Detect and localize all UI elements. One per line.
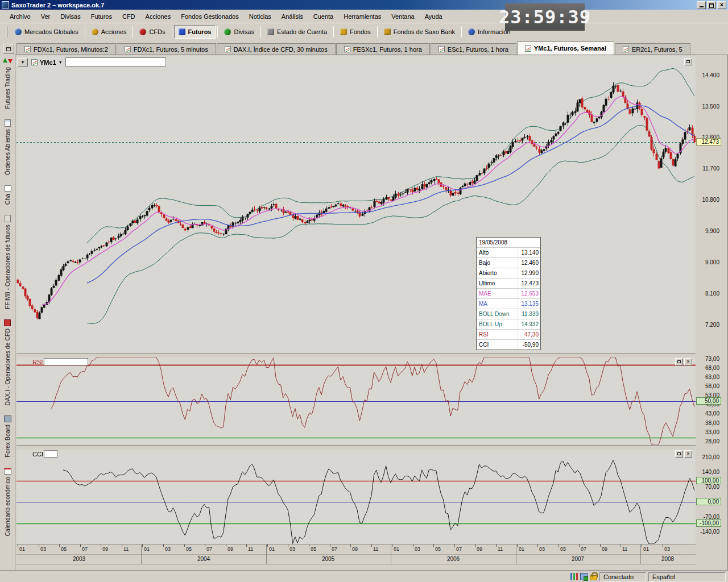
toolbar-button-divisas[interactable]: Divisas — [220, 25, 258, 39]
tooltip-row: Abierto12.990 — [477, 268, 540, 278]
month-tick — [80, 544, 81, 547]
toolbar-separator — [260, 26, 261, 38]
price-chart-canvas[interactable] — [16, 56, 696, 353]
month-label: 05 — [435, 546, 441, 552]
chart-icon — [31, 59, 38, 65]
rsi-input[interactable] — [44, 358, 88, 365]
toolbar-button-label: Fondos de Saxo Bank — [394, 28, 455, 35]
month-tick — [142, 544, 143, 547]
minimize-button[interactable] — [697, 1, 706, 9]
tab-esc1-futuros-1-hora[interactable]: ESc1, Futuros, 1 hora — [431, 43, 516, 55]
rail-item-futures-trading[interactable]: Futures Trading — [0, 57, 15, 109]
rail-item-cha[interactable]: Cha — [0, 185, 15, 205]
tab-label: FDXc1, Futuros, 5 minutos — [134, 46, 208, 53]
tooltip-date: 19/05/2008 — [477, 238, 540, 247]
year-label: 2003 — [62, 556, 96, 562]
rail-item-calendario-económico[interactable]: Calendario económico — [0, 468, 15, 536]
rsi-panel-splitter[interactable] — [16, 353, 696, 357]
menu-item-noticias[interactable]: Noticias — [244, 11, 276, 22]
menu-item-herramientas[interactable]: Herramientas — [338, 11, 386, 22]
cci-input[interactable] — [44, 450, 57, 458]
tab-label: ESc1, Futuros, 1 hora — [448, 46, 508, 53]
month-label: 01 — [643, 546, 649, 552]
toolbar-button-futuros[interactable]: Futuros — [174, 25, 216, 39]
month-tick — [205, 544, 205, 547]
month-label: 09 — [102, 546, 108, 552]
month-label: 07 — [332, 546, 337, 552]
month-label: 09 — [602, 546, 607, 552]
menu-item-acciones[interactable]: Acciones — [140, 11, 176, 22]
tab-er2c1-futuros-5[interactable]: ER2c1, Futuros, 5 — [615, 43, 690, 55]
rail-item-ffim8-operaciones-de-futuros[interactable]: FFIM8 - Operaciones de futuros — [0, 215, 15, 309]
month-label: 07 — [581, 546, 586, 552]
menu-item-ver[interactable]: Ver — [36, 11, 56, 22]
chart-dropdown-button[interactable]: ▼ — [18, 58, 28, 66]
tab-ymc1-futuros-semanal[interactable]: YMc1, Futuros, Semanal — [517, 41, 614, 55]
rail-item-label: Forex Board — [4, 425, 11, 458]
rail-item-label: Futures Trading — [4, 67, 11, 109]
tab-fdxc1-futuros-5-minutos[interactable]: FDXc1, Futuros, 5 minutos — [117, 43, 216, 55]
cci-level-box: 0,00 — [696, 498, 721, 505]
toolbar-button-cfds[interactable]: CFDs — [135, 25, 169, 39]
toolbar-button-mercados-globales[interactable]: Mercados Globales — [10, 25, 83, 39]
info-icon — [468, 28, 475, 35]
lock-icon[interactable] — [590, 575, 597, 580]
month-tick — [600, 544, 601, 547]
menu-item-ventana[interactable]: Ventana — [386, 11, 419, 22]
tab-label: YMc1, Futuros, Semanal — [534, 45, 606, 52]
funds-icon — [340, 28, 347, 35]
month-label: 09 — [477, 546, 482, 552]
network-status-icon[interactable] — [580, 573, 588, 580]
tab-dax-i-índice-de-cfd-30-minutos[interactable]: DAX.I, Índice de CFD, 30 minutos — [217, 43, 336, 55]
rsi-axis-label: 38,00 — [697, 420, 719, 426]
toolbar-button-label: CFDs — [149, 28, 165, 35]
tooltip-label: MAE — [477, 289, 518, 298]
cci-close-button[interactable]: × — [684, 450, 692, 458]
toolbar-button-fondos[interactable]: Fondos — [336, 25, 375, 39]
rsi-chart-canvas[interactable] — [16, 357, 696, 445]
month-label: 03 — [40, 546, 46, 552]
menu-item-archivo[interactable]: Archivo — [5, 11, 36, 22]
cci-chart-canvas[interactable] — [16, 450, 696, 544]
menu-item-ayuda[interactable]: Ayuda — [420, 11, 448, 22]
chart-icon — [344, 46, 350, 52]
menu-item-divisas[interactable]: Divisas — [55, 11, 85, 22]
toolbar-button-acciones[interactable]: Acciones — [87, 25, 131, 39]
chart-rest​ore-button[interactable] — [684, 58, 692, 65]
rail-item-forex-board[interactable]: Forex Board — [0, 415, 15, 458]
tooltip-row: Alto13.140 — [477, 247, 540, 257]
rsi-axis-label: 68,00 — [697, 365, 719, 371]
toolbar-button-label: Futuros — [188, 28, 212, 35]
rail-item-dax-i-operaciones-de-cfd[interactable]: DAX.I - Operaciones de CFD — [0, 319, 15, 405]
price-axis-label: 13.500 — [697, 103, 719, 110]
rail-item-órdenes-abiertas[interactable]: Órdenes Abiertas — [0, 119, 15, 175]
menu-item-fondos-gestionados[interactable]: Fondos Gestionados — [176, 11, 244, 22]
window-list-button[interactable] — [3, 44, 14, 54]
menu-item-cuenta[interactable]: Cuenta — [308, 11, 338, 22]
rail-item-label: Calendario económico — [4, 477, 11, 536]
month-tick — [413, 544, 413, 547]
menu-item-futuros[interactable]: Futuros — [86, 11, 117, 22]
menu-item-análisis[interactable]: Análisis — [276, 11, 308, 22]
symbol-selector[interactable]: YMc1 ▼ — [31, 58, 63, 66]
titlebar[interactable]: SaxoTrader 2 – workspace.ok.7 × — [0, 0, 728, 10]
chart-status-icon[interactable] — [570, 573, 578, 580]
toolbar: Mercados GlobalesAccionesCFDsFuturosDivi… — [0, 23, 728, 40]
cci-restore-button[interactable] — [675, 450, 683, 458]
month-label: 03 — [415, 546, 420, 552]
month-label: 01 — [19, 546, 25, 552]
tab-fdxc1-futuros-minutos-2[interactable]: FDXc1, Futuros, Minutos:2 — [16, 43, 116, 55]
rsi-restore-button[interactable] — [675, 358, 683, 365]
cci-axis-label: 70,00 — [697, 484, 719, 490]
maximize-button[interactable] — [707, 1, 716, 9]
menu-item-cfd[interactable]: CFD — [117, 11, 140, 22]
symbol-search-input[interactable] — [65, 57, 166, 66]
rsi-close-button[interactable]: × — [684, 358, 692, 365]
cci-panel-splitter[interactable] — [16, 445, 696, 450]
close-button[interactable]: × — [717, 1, 726, 9]
window-icon — [6, 47, 11, 51]
toolbar-button-estado-de-cuenta[interactable]: Estado de Cuenta — [263, 25, 332, 39]
toolbar-button-fondos-de-saxo-bank[interactable]: Fondos de Saxo Bank — [379, 25, 460, 39]
tooltip-value: 47,30 — [518, 330, 540, 339]
tab-fesxc1-futuros-1-hora[interactable]: FESXc1, Futuros, 1 hora — [336, 43, 430, 55]
